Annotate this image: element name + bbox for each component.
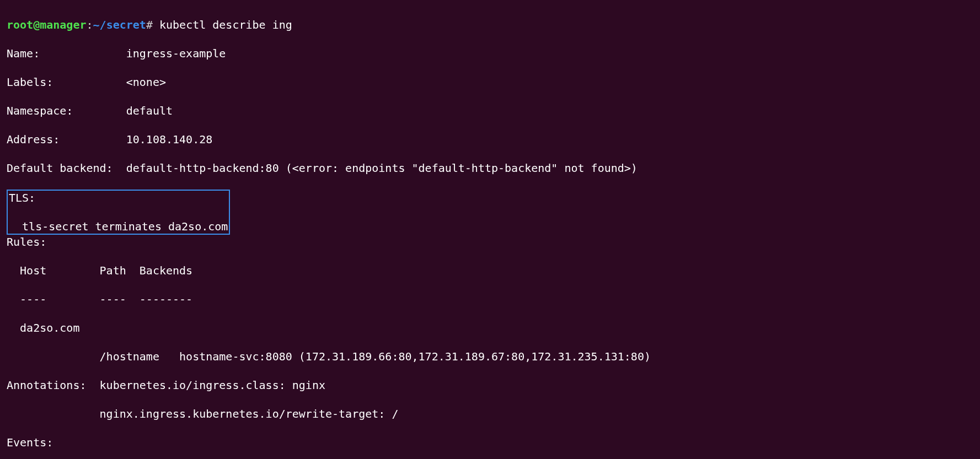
rules-entry: /hostname hostname-svc:8080 (172.31.189.… (7, 349, 973, 364)
command-text: kubectl describe ing (153, 18, 292, 31)
rules-columns: Host Path Backends (7, 263, 973, 278)
describe-name: Name: ingress-example (7, 46, 973, 61)
events-header: Events: (7, 435, 973, 450)
prompt-hash: # (146, 18, 153, 31)
terminal-output: root@manager:~/secret# kubectl describe … (0, 0, 980, 459)
describe-address: Address: 10.108.140.28 (7, 132, 973, 147)
tls-header: TLS: (9, 191, 228, 205)
annotations-line-1: Annotations: kubernetes.io/ingress.class… (7, 378, 973, 392)
prompt-line-1[interactable]: root@manager:~/secret# kubectl describe … (7, 18, 973, 32)
describe-default-backend: Default backend: default-http-backend:80… (7, 161, 973, 175)
rules-host: da2so.com (7, 321, 973, 335)
prompt-user: root@manager (7, 18, 87, 31)
describe-namespace: Namespace: default (7, 104, 973, 118)
describe-labels: Labels: <none> (7, 75, 973, 89)
rules-header: Rules: (7, 235, 973, 249)
prompt-path: ~/secret (93, 18, 146, 31)
rules-dashes: ---- ---- -------- (7, 292, 973, 306)
tls-highlight-box: TLS: tls-secret terminates da2so.com (7, 190, 230, 235)
annotations-line-2: nginx.ingress.kubernetes.io/rewrite-targ… (7, 407, 973, 421)
tls-body: tls-secret terminates da2so.com (9, 219, 228, 234)
prompt-colon: : (87, 18, 93, 31)
